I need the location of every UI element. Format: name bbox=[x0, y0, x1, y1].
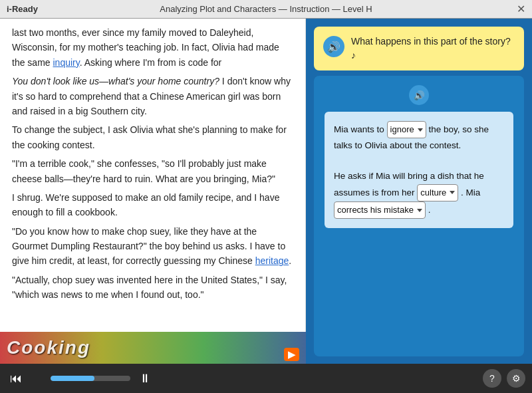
dropdown3-value: corrects his mistake bbox=[337, 203, 414, 217]
answer-speaker-button[interactable]: 🔊 bbox=[409, 85, 429, 105]
play-pause-button[interactable]: ⏸ bbox=[136, 370, 154, 387]
bottom-icons: ? ⚙ bbox=[483, 369, 525, 388]
app-name: i-Ready bbox=[7, 4, 38, 14]
paragraph-1: last two months, ever since my family mo… bbox=[12, 25, 293, 70]
progress-bar bbox=[51, 376, 130, 381]
paragraph-italic: You don't look like us—what's your home … bbox=[12, 74, 293, 118]
paragraph-5: "Do you know how to make chop suey, like… bbox=[12, 224, 293, 269]
question-label: What happens in this part of the story? bbox=[351, 36, 511, 47]
answer-speaker-icon: 🔊 bbox=[414, 90, 425, 100]
answer-box: 🔊 Mia wants to ignore the boy, so she ta… bbox=[314, 76, 524, 356]
right-panel: 🔊 What happens in this part of the story… bbox=[306, 19, 532, 393]
dropdown-culture[interactable]: culture bbox=[417, 184, 458, 201]
heritage-link[interactable]: heritage bbox=[255, 255, 289, 266]
question-speaker-button[interactable]: 🔊 bbox=[323, 36, 344, 57]
speaker-icon: 🔊 bbox=[327, 41, 340, 53]
paragraph-3: "I'm a terrible cook," she confesses, "s… bbox=[12, 156, 293, 186]
paragraph-4: I shrug. We're supposed to make an old f… bbox=[12, 190, 293, 220]
inquiry-link[interactable]: inquiry bbox=[53, 57, 79, 68]
dropdown1-arrow-icon bbox=[418, 128, 423, 132]
strip-arrow-button[interactable]: ▶ bbox=[284, 348, 299, 361]
title-bar: i-Ready Analyzing Plot and Characters — … bbox=[0, 0, 532, 19]
sentence1-before: Mia wants to bbox=[334, 124, 384, 134]
italic-text: You don't look like us—what's your home … bbox=[12, 76, 219, 86]
dropdown2-value: culture bbox=[420, 186, 446, 200]
music-note-icon: ♪ bbox=[351, 50, 356, 61]
help-button[interactable]: ? bbox=[483, 369, 501, 388]
settings-button[interactable]: ⚙ bbox=[507, 369, 525, 388]
bottom-bar: ⏮ ⏸ ? ⚙ bbox=[0, 364, 532, 393]
sentence3-after: . bbox=[428, 205, 431, 215]
answer-speaker-container: 🔊 bbox=[325, 85, 513, 105]
bottom-image-strip: Cooking ▶ bbox=[0, 332, 306, 364]
close-button[interactable]: ✕ bbox=[517, 3, 525, 15]
dropdown1-value: ignore bbox=[390, 122, 414, 137]
answer-text-box: Mia wants to ignore the boy, so she talk… bbox=[325, 112, 513, 228]
dropdown2-arrow-icon bbox=[450, 191, 455, 194]
dropdown-corrects[interactable]: corrects his mistake bbox=[334, 201, 426, 219]
question-text: What happens in this part of the story? … bbox=[351, 35, 515, 63]
dropdown-ignore[interactable]: ignore bbox=[387, 121, 426, 138]
dropdown3-arrow-icon bbox=[417, 209, 422, 212]
prev-button[interactable]: ⏮ bbox=[7, 370, 25, 387]
question-box: 🔊 What happens in this part of the story… bbox=[314, 27, 524, 70]
strip-text: Cooking bbox=[7, 337, 90, 358]
progress-bar-fill bbox=[51, 376, 94, 381]
paragraph-6: "Actually, chop suey was invented here i… bbox=[12, 273, 293, 303]
sentence2-after: . Mia bbox=[461, 188, 480, 197]
paragraph-2: To change the subject, I ask Olivia what… bbox=[12, 122, 293, 152]
page-title: Analyzing Plot and Characters — Instruct… bbox=[160, 4, 372, 14]
